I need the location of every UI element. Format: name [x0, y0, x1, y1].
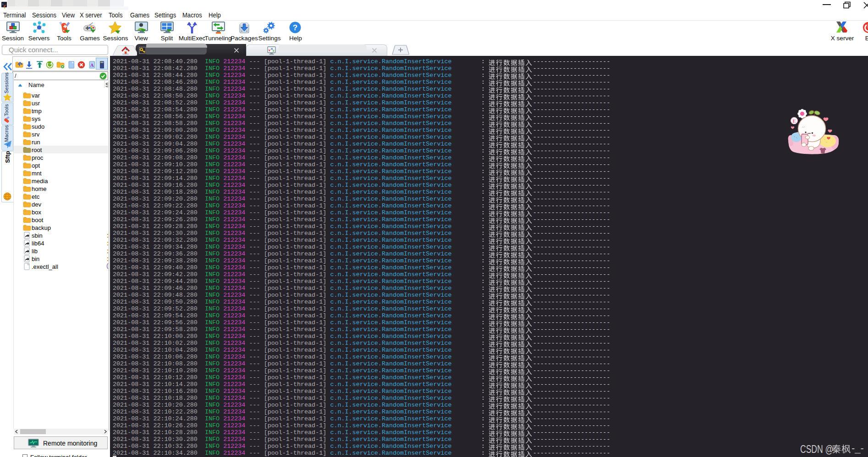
svg-text:v: v [269, 49, 270, 52]
svg-text:c: c [273, 49, 275, 52]
svg-text:?: ? [293, 23, 297, 32]
svg-text:A: A [90, 62, 94, 68]
svg-text:E: E [792, 118, 796, 124]
